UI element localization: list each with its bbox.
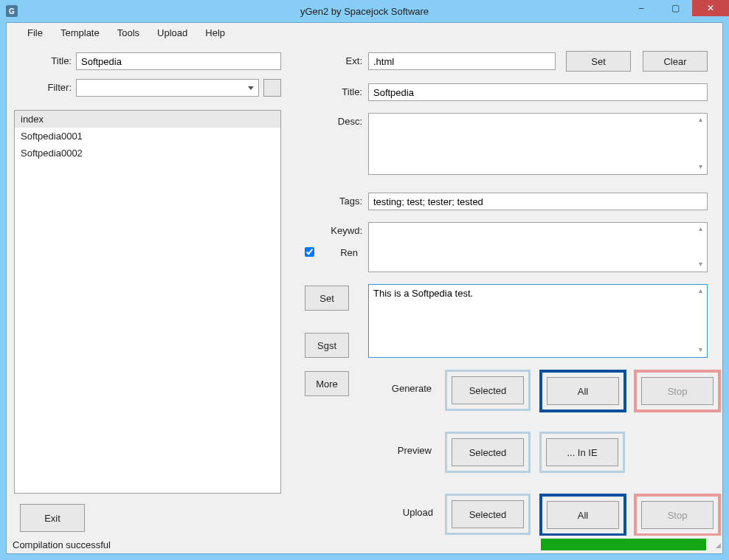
more-button[interactable]: More (305, 371, 349, 396)
minimize-button[interactable]: – (624, 0, 658, 16)
left-title-input[interactable] (76, 52, 281, 70)
upload-label: Upload (392, 507, 433, 518)
list-item[interactable]: Softpedia0001 (15, 128, 280, 145)
left-title-label: Title: (42, 55, 72, 66)
upload-all-button[interactable]: All (547, 501, 619, 529)
menu-tools[interactable]: Tools (108, 24, 148, 41)
desc-textarea[interactable]: ▴ ▾ (368, 113, 708, 175)
client-area: File Template Tools Upload Help Title: F… (6, 22, 723, 554)
left-filter-select[interactable] (76, 79, 259, 97)
upload-selected-button[interactable]: Selected (452, 500, 524, 528)
sgst-button[interactable]: Sgst (305, 333, 349, 358)
set-ext-button[interactable]: Set (566, 51, 631, 72)
set-body-button[interactable]: Set (305, 286, 349, 311)
menu-file[interactable]: File (18, 24, 52, 41)
window-title: yGen2 by Spacejock Software (0, 6, 729, 17)
progress-bar (541, 539, 706, 550)
scroll-up-icon[interactable]: ▴ (695, 115, 705, 125)
tags-label: Tags: (330, 196, 362, 207)
menu-template[interactable]: Template (52, 24, 108, 41)
generate-all-button[interactable]: All (547, 377, 619, 405)
ext-label: Ext: (336, 55, 362, 66)
upload-stop-button[interactable]: Stop (641, 501, 714, 529)
preview-selected-button[interactable]: Selected (452, 438, 524, 466)
keywd-label: Keywd: (321, 225, 362, 236)
ren-checkbox[interactable] (305, 247, 314, 257)
close-button[interactable]: ✕ (692, 0, 729, 16)
desc-label: Desc: (327, 116, 362, 127)
content: Title: Filter: index Softpedia0001 Softp… (7, 42, 722, 536)
preview-inie-button[interactable]: ... In IE (546, 438, 618, 466)
scroll-up-icon[interactable]: ▴ (695, 224, 705, 235)
body-textarea[interactable]: This is a Softpedia test. ▴ ▾ (368, 284, 708, 358)
resize-grip-icon[interactable]: ◢ (711, 542, 721, 552)
maximize-button[interactable]: ▢ (658, 0, 692, 16)
preview-label: Preview (390, 445, 432, 456)
list-item[interactable]: Softpedia0002 (15, 145, 280, 162)
app-icon: G (6, 5, 18, 17)
generate-selected-button[interactable]: Selected (452, 376, 524, 404)
scroll-down-icon[interactable]: ▾ (695, 162, 705, 173)
list-item[interactable]: index (15, 111, 280, 128)
scroll-up-icon[interactable]: ▴ (695, 286, 705, 297)
menubar: File Template Tools Upload Help (7, 23, 722, 42)
status-message: Compilation successful (13, 539, 111, 550)
tags-input[interactable] (368, 193, 708, 210)
right-title-label: Title: (331, 86, 362, 97)
keywd-textarea[interactable]: ▴ ▾ (368, 222, 708, 272)
titlebar: G yGen2 by Spacejock Software – ▢ ✕ (0, 0, 729, 22)
ext-input[interactable] (368, 52, 556, 70)
left-filter-button[interactable] (263, 79, 281, 97)
menu-help[interactable]: Help (196, 24, 234, 41)
scroll-down-icon[interactable]: ▾ (695, 260, 705, 270)
right-title-input[interactable] (368, 83, 708, 101)
scroll-down-icon[interactable]: ▾ (695, 345, 705, 356)
generate-label: Generate (384, 383, 432, 394)
generate-stop-button[interactable]: Stop (641, 377, 714, 405)
menu-upload[interactable]: Upload (148, 24, 196, 41)
page-list[interactable]: index Softpedia0001 Softpedia0002 (14, 110, 281, 494)
left-filter-label: Filter: (42, 82, 72, 93)
clear-button[interactable]: Clear (643, 51, 708, 72)
exit-button[interactable]: Exit (20, 504, 85, 532)
ren-label: Ren (331, 247, 358, 258)
statusbar: Compilation successful ◢ (7, 536, 722, 553)
